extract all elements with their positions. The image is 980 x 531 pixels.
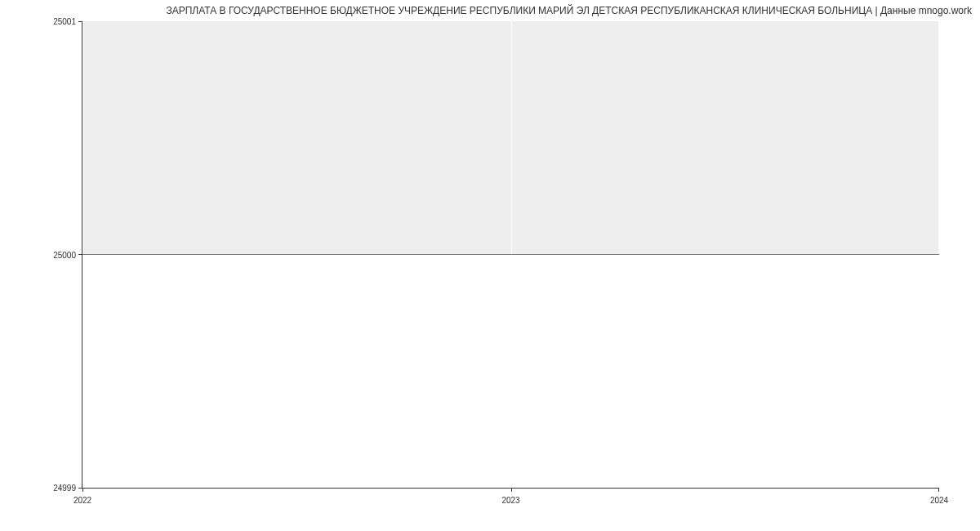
x-tick-mark: [511, 488, 512, 492]
y-tick-label: 24999: [53, 484, 76, 493]
chart-container: 24999 25000 25001 2022 2023 2024: [82, 21, 939, 489]
y-tick-label: 25000: [53, 250, 76, 259]
x-tick-mark: [938, 488, 939, 492]
x-tick-label: 2022: [74, 496, 91, 505]
y-tick-mark: [78, 254, 82, 255]
x-tick-mark: [82, 488, 83, 492]
chart-title: ЗАРПЛАТА В ГОСУДАРСТВЕННОЕ БЮДЖЕТНОЕ УЧР…: [166, 5, 972, 16]
y-tick-mark: [78, 21, 82, 22]
plot-area: 24999 25000 25001 2022 2023 2024: [82, 21, 939, 489]
x-tick-label: 2023: [501, 496, 519, 505]
y-tick-label: 25001: [53, 17, 76, 26]
x-tick-label: 2024: [930, 496, 948, 505]
data-line: [82, 254, 939, 256]
